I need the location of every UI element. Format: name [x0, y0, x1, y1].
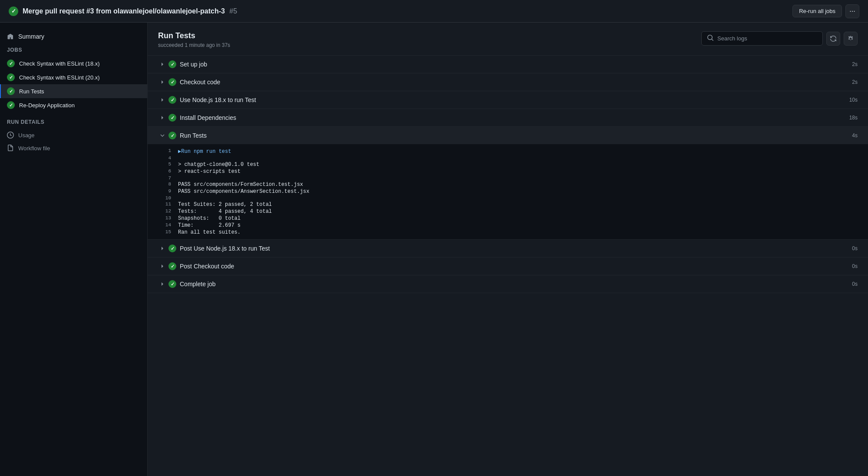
job-header-left: Run Tests succeeded 1 minute ago in 37s: [158, 31, 230, 48]
more-options-button[interactable]: ···: [845, 4, 859, 18]
refresh-button[interactable]: [826, 32, 840, 46]
step-duration: 0s: [852, 263, 858, 269]
step-duration: 2s: [852, 61, 858, 67]
sidebar-item-summary[interactable]: Summary: [0, 30, 147, 43]
step-status-icon: [168, 96, 176, 104]
success-icon: [7, 73, 15, 81]
step-status-icon: [168, 78, 176, 86]
log-line: 9 PASS src/components/AnswerSection.test…: [148, 188, 868, 195]
step-name: Post Use Node.js 18.x to run Test: [180, 245, 852, 252]
log-content-run-tests: 1 ▶Run npm run test 4 5 > chatgpt-clone@…: [148, 144, 868, 240]
run-details-section: Run details Usage Workflow file: [0, 119, 147, 155]
log-line: 11 Test Suites: 2 passed, 2 total: [148, 201, 868, 208]
step-duration: 18s: [849, 115, 858, 121]
search-logs-input-container[interactable]: [701, 31, 823, 46]
step-duration: 2s: [852, 79, 858, 85]
clock-icon: [7, 132, 14, 139]
log-line: 15 Ran all test suites.: [148, 229, 868, 236]
step-status-icon: [168, 60, 176, 68]
sidebar-item-usage[interactable]: Usage: [0, 129, 147, 142]
top-bar-right: Re-run all jobs ···: [792, 4, 859, 18]
expand-icon: [158, 280, 167, 288]
job-header: Run Tests succeeded 1 minute ago in 37s: [148, 23, 868, 56]
step-duration: 0s: [852, 281, 858, 287]
jobs-section-label: Jobs: [0, 47, 147, 53]
step-name: Use Node.js 18.x to run Test: [180, 96, 849, 103]
main-layout: Summary Jobs Check Syntax with ESLint (1…: [0, 23, 868, 476]
step-status-icon: [168, 280, 176, 288]
re-run-all-jobs-button[interactable]: Re-run all jobs: [792, 5, 842, 17]
sidebar: Summary Jobs Check Syntax with ESLint (1…: [0, 23, 148, 476]
step-name: Complete job: [180, 281, 852, 288]
log-line: 10: [148, 195, 868, 201]
log-line: 6 > react-scripts test: [148, 168, 868, 175]
expand-icon: [158, 60, 167, 69]
file-icon: [7, 145, 14, 152]
sidebar-item-workflow-file[interactable]: Workflow file: [0, 142, 147, 155]
step-duration: 4s: [852, 132, 858, 139]
page-title: Merge pull request #3 from olawanlejoel/…: [23, 7, 237, 15]
step-checkout-code[interactable]: Checkout code 2s: [148, 73, 868, 91]
jobs-list: Check Syntax with ESLint (18.x) Check Sy…: [0, 56, 147, 112]
settings-button[interactable]: [844, 32, 858, 46]
top-bar-left: ✓ Merge pull request #3 from olawanlejoe…: [9, 7, 237, 16]
job-title: Run Tests: [158, 31, 230, 40]
job-label: Check Syntax with ESLint (18.x): [19, 60, 100, 67]
step-status-icon: [168, 245, 176, 252]
step-post-use-nodejs[interactable]: Post Use Node.js 18.x to run Test 0s: [148, 240, 868, 258]
job-meta: succeeded 1 minute ago in 37s: [158, 42, 230, 48]
log-line: 7: [148, 175, 868, 181]
step-run-tests[interactable]: Run Tests 4s: [148, 127, 868, 144]
step-duration: 10s: [849, 97, 858, 103]
search-icon: [707, 34, 714, 43]
step-name: Post Checkout code: [180, 263, 852, 270]
step-status-icon: [168, 262, 176, 270]
collapse-icon: [158, 131, 167, 140]
success-icon: [7, 87, 15, 95]
step-name: Set up job: [180, 61, 852, 68]
log-line: 4: [148, 155, 868, 161]
expand-icon: [158, 78, 167, 86]
step-complete-job[interactable]: Complete job 0s: [148, 275, 868, 293]
success-indicator: ✓: [9, 7, 18, 16]
expand-icon: [158, 262, 167, 271]
search-logs-input[interactable]: [717, 35, 817, 42]
expand-icon: [158, 244, 167, 253]
sidebar-item-run-tests[interactable]: Run Tests: [0, 84, 147, 98]
log-line: 1 ▶Run npm run test: [148, 148, 868, 155]
job-label: Run Tests: [19, 88, 44, 95]
step-name: Run Tests: [180, 132, 852, 139]
success-icon: [7, 60, 15, 67]
step-use-nodejs[interactable]: Use Node.js 18.x to run Test 10s: [148, 91, 868, 109]
sidebar-item-check-eslint-18[interactable]: Check Syntax with ESLint (18.x): [0, 56, 147, 70]
step-duration: 0s: [852, 245, 858, 251]
sidebar-summary-label: Summary: [18, 33, 44, 40]
expand-icon: [158, 113, 167, 122]
usage-label: Usage: [18, 132, 35, 139]
log-line: 12 Tests: 4 passed, 4 total: [148, 208, 868, 215]
expand-icon: [158, 96, 167, 104]
log-line: 8 PASS src/components/FormSection.test.j…: [148, 181, 868, 188]
sidebar-item-check-eslint-20[interactable]: Check Syntax with ESLint (20.x): [0, 70, 147, 84]
log-line: 5 > chatgpt-clone@0.1.0 test: [148, 161, 868, 168]
steps-list: Set up job 2s Checkout code 2s Use Node.…: [148, 56, 868, 476]
job-label: Check Syntax with ESLint (20.x): [19, 74, 100, 81]
step-name: Checkout code: [180, 79, 852, 86]
step-name: Install Dependencies: [180, 114, 849, 121]
main-content: Run Tests succeeded 1 minute ago in 37s: [148, 23, 868, 476]
step-set-up-job[interactable]: Set up job 2s: [148, 56, 868, 73]
step-post-checkout-code[interactable]: Post Checkout code 0s: [148, 258, 868, 275]
step-install-deps[interactable]: Install Dependencies 18s: [148, 109, 868, 127]
workflow-file-label: Workflow file: [18, 145, 50, 152]
job-actions: [701, 31, 858, 46]
step-status-icon: [168, 114, 176, 122]
run-details-label: Run details: [0, 119, 147, 125]
success-icon: [7, 101, 15, 109]
log-line: 13 Snapshots: 0 total: [148, 215, 868, 222]
top-bar: ✓ Merge pull request #3 from olawanlejoe…: [0, 0, 868, 23]
step-status-icon: [168, 132, 176, 139]
job-label: Re-Deploy Application: [19, 102, 75, 109]
sidebar-item-re-deploy[interactable]: Re-Deploy Application: [0, 98, 147, 112]
home-icon: [7, 33, 14, 40]
log-line: 14 Time: 2.697 s: [148, 222, 868, 229]
